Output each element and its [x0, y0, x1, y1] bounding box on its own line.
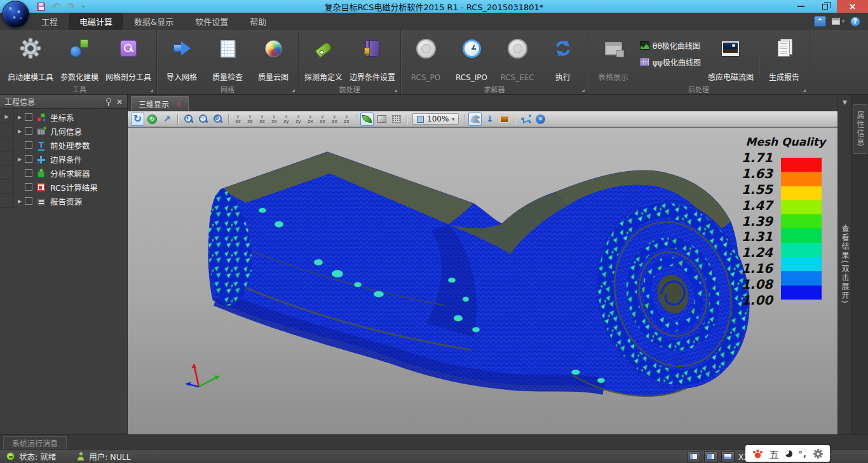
- parametric-modeling-button[interactable]: 参数化建模: [57, 33, 102, 83]
- tree-item-boundary-conditions[interactable]: ▶ 边界条件: [0, 152, 127, 166]
- quick-access-dropdown-icon[interactable]: ▾: [82, 4, 85, 10]
- dialog-launcher-icon[interactable]: [394, 89, 397, 92]
- smooth-shading-button[interactable]: [360, 113, 374, 126]
- ime-mode-label[interactable]: 五: [770, 447, 779, 460]
- execute-button[interactable]: 执行: [540, 33, 586, 83]
- tree-checkbox[interactable]: [25, 183, 32, 191]
- property-info-tab[interactable]: 属性信息: [853, 104, 867, 154]
- boundary-condition-button[interactable]: 边界条件设置: [346, 33, 398, 83]
- tree-item-rcs-results[interactable]: RCS计算结果: [0, 180, 127, 194]
- expander-icon[interactable]: ▶: [15, 156, 24, 162]
- restore-button[interactable]: [813, 0, 837, 13]
- wireframe-button[interactable]: [390, 113, 403, 126]
- expander-icon[interactable]: ▶: [15, 198, 24, 204]
- tree-item-geometry-info[interactable]: ▶ 几何信息: [0, 124, 127, 138]
- view-preset-button-9[interactable]: yzx: [329, 113, 340, 125]
- quality-contour-button[interactable]: 质量云图: [250, 33, 296, 83]
- expander-icon[interactable]: ▶: [15, 128, 24, 134]
- tree-checkbox[interactable]: [25, 155, 32, 163]
- view-preset-button-2[interactable]: yzx: [245, 113, 255, 125]
- zoom-fit-button[interactable]: ⊕: [211, 113, 224, 126]
- layout-bottom-panel-button[interactable]: [721, 451, 735, 462]
- menu-tab-software-settings[interactable]: 软件设置: [184, 13, 239, 30]
- clip-view-button[interactable]: [468, 113, 482, 126]
- export-down-button[interactable]: ↓: [483, 113, 496, 126]
- menu-tab-data-display[interactable]: 数据&显示: [123, 13, 184, 30]
- layout-wide-panel-button[interactable]: [704, 451, 717, 462]
- results-panel-label: 查看结果(双击展开): [839, 225, 850, 304]
- view-preset-button-8[interactable]: yxz: [317, 113, 328, 125]
- dialog-launcher-icon[interactable]: [581, 89, 585, 92]
- ime-gear-icon[interactable]: [813, 449, 823, 459]
- minimize-button[interactable]: [789, 0, 813, 13]
- view-preset-button-7[interactable]: yzx: [305, 113, 316, 125]
- theta-polarization-curve-button[interactable]: θθ极化曲线图: [640, 40, 701, 51]
- mesh-partition-tool-button[interactable]: 网格剖分工具: [102, 33, 154, 83]
- view-preset-button-5[interactable]: xzy: [281, 113, 292, 125]
- refresh-view-button[interactable]: ↻: [146, 113, 159, 126]
- menu-tab-help[interactable]: 帮助: [239, 13, 277, 30]
- dialog-launcher-icon[interactable]: [150, 89, 153, 92]
- psi-polarization-curve-button[interactable]: ψψ极化曲线图: [640, 57, 701, 67]
- ime-moon-icon[interactable]: [785, 450, 792, 457]
- pan-tool-button[interactable]: ↗: [160, 113, 173, 126]
- probe-angle-button[interactable]: 探测角定义: [301, 33, 346, 83]
- view-preset-button-6[interactable]: xzy: [293, 113, 304, 125]
- quality-check-button[interactable]: 质量检查: [205, 33, 250, 83]
- system-messages-tab[interactable]: 系统运行消息: [3, 436, 67, 449]
- zoom-level-select[interactable]: 100% ▾: [412, 113, 459, 125]
- ribbon-group-postprocess: 表格展示 θθ极化曲线图 ψψ极化曲线图 感应电磁流图 生成报告: [588, 30, 810, 94]
- tree-item-report-resources[interactable]: ▶ 报告资源: [0, 194, 127, 208]
- rotate-tool-button[interactable]: ↻: [131, 113, 144, 126]
- app-logo-orb[interactable]: [2, 1, 29, 28]
- ime-paw-icon[interactable]: [752, 449, 763, 459]
- arrow-right-icon: [173, 35, 191, 62]
- ime-punctuation-icon[interactable]: °,: [799, 449, 807, 459]
- close-view-button[interactable]: ✕: [534, 113, 547, 126]
- import-mesh-button[interactable]: 导入网格: [159, 33, 205, 83]
- help-button[interactable]: ?: [850, 17, 860, 27]
- view-preset-button-10[interactable]: yzx: [341, 113, 352, 125]
- shapes-icon: [70, 35, 89, 62]
- zoom-out-button[interactable]: −: [196, 113, 210, 126]
- menu-tab-project[interactable]: 工程: [31, 13, 69, 30]
- menu-tab-em-computation[interactable]: 电磁计算: [69, 13, 123, 30]
- layout-left-panel-button[interactable]: [687, 451, 700, 462]
- expander-icon[interactable]: ▶: [15, 114, 24, 120]
- undo-icon[interactable]: ↶: [52, 2, 60, 11]
- tab-3d-display[interactable]: 三维显示 ×: [131, 96, 189, 111]
- tree-item-preprocess-params[interactable]: T 前处理参数: [0, 138, 127, 152]
- induced-current-map-button[interactable]: 感应电磁流图: [705, 33, 757, 83]
- tree-checkbox[interactable]: [25, 197, 32, 205]
- launch-modeling-tool-button[interactable]: 启动建模工具: [4, 33, 57, 83]
- leaf-icon: [362, 115, 372, 123]
- chevron-down-icon[interactable]: ▼: [843, 99, 847, 106]
- tree-checkbox[interactable]: [25, 169, 32, 177]
- view-preset-button-4[interactable]: yzx: [269, 113, 280, 125]
- save-icon[interactable]: [37, 3, 45, 11]
- redo-icon[interactable]: ↷: [67, 2, 76, 11]
- zoom-in-button[interactable]: +: [182, 113, 195, 126]
- snapshot-button[interactable]: [498, 113, 511, 126]
- view-preset-button-3[interactable]: yxz: [257, 113, 268, 125]
- close-button[interactable]: ×: [837, 0, 868, 13]
- window-style-button[interactable]: ▾: [832, 18, 844, 25]
- tab-close-icon[interactable]: ×: [175, 100, 181, 108]
- generate-report-button[interactable]: 生成报告: [761, 33, 807, 83]
- tree-item-coordinate-system[interactable]: ▶ ▶ 坐标系: [0, 110, 127, 124]
- share-flow-button[interactable]: [519, 113, 532, 126]
- tree-checkbox[interactable]: [25, 141, 32, 149]
- zoom-out-icon: −: [198, 114, 208, 124]
- results-collapsed-panel[interactable]: ▼ 查看结果(双击展开): [837, 95, 851, 434]
- tree-checkbox[interactable]: [25, 127, 32, 135]
- tree-item-analysis-solver[interactable]: 分析求解器: [0, 166, 127, 180]
- pin-icon[interactable]: [106, 98, 111, 103]
- dialog-launcher-icon[interactable]: [292, 89, 295, 92]
- collapse-ribbon-button[interactable]: ^: [814, 16, 826, 27]
- view-preset-button-1[interactable]: yxz: [233, 113, 243, 125]
- dialog-launcher-icon[interactable]: [803, 89, 806, 92]
- tree-checkbox[interactable]: [25, 113, 32, 121]
- solver-rcs-ipo-button[interactable]: RCS_IPO: [449, 33, 494, 83]
- flat-shading-button[interactable]: [375, 113, 388, 126]
- panel-close-icon[interactable]: ×: [116, 98, 123, 106]
